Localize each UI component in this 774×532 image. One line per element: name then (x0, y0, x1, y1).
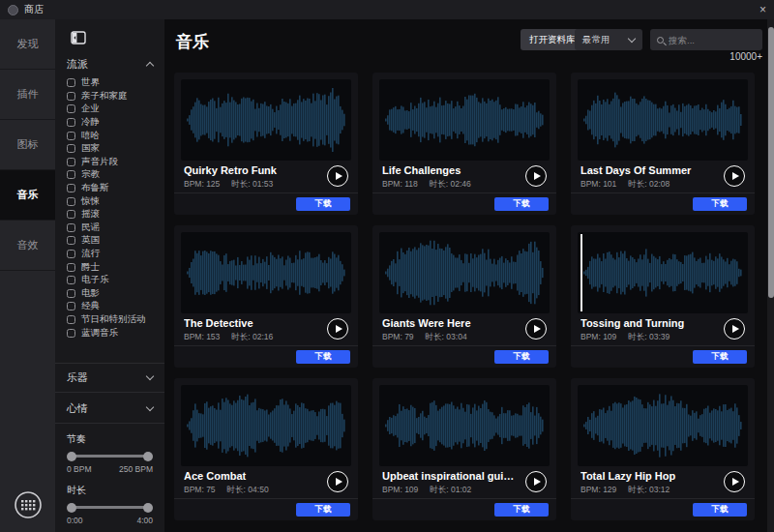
waveform-panel[interactable] (379, 385, 550, 466)
genre-option[interactable]: 民谣 (67, 222, 159, 235)
nav-tab-2[interactable]: 图标 (0, 120, 55, 170)
waveform-panel[interactable] (578, 232, 748, 313)
genre-option[interactable]: 企业 (67, 103, 159, 116)
play-button[interactable] (525, 165, 547, 187)
tempo-max-handle[interactable] (143, 452, 153, 461)
play-icon (732, 172, 739, 180)
waveform-panel[interactable] (181, 79, 351, 161)
checkbox-icon[interactable] (67, 104, 75, 113)
search-input[interactable] (669, 35, 756, 45)
genre-option[interactable]: 布鲁斯 (67, 182, 159, 195)
genre-option[interactable]: 国家 (67, 142, 159, 156)
genre-option[interactable]: 摇滚 (67, 208, 159, 222)
duration-max-handle[interactable] (143, 503, 153, 513)
divider (571, 192, 755, 193)
genre-option[interactable]: 电子乐 (67, 274, 159, 287)
checkbox-icon[interactable] (67, 302, 75, 310)
play-button[interactable] (327, 165, 348, 187)
checkbox-icon[interactable] (67, 158, 75, 166)
mood-section-header[interactable]: 心情 (55, 400, 164, 416)
download-button[interactable]: 下载 (296, 350, 350, 364)
play-button[interactable] (724, 471, 745, 492)
scrollbar-thumb[interactable] (768, 27, 774, 298)
checkbox-icon[interactable] (67, 236, 75, 245)
genre-option[interactable]: 声音片段 (67, 156, 159, 169)
scrollbar-track[interactable] (767, 19, 774, 532)
play-button[interactable] (525, 471, 547, 492)
track-bpm: BPM: 125 (184, 179, 220, 189)
download-button[interactable]: 下载 (693, 503, 747, 517)
genre-option[interactable]: 流行 (67, 248, 159, 261)
genre-option[interactable]: 宗教 (67, 168, 159, 182)
checkbox-icon[interactable] (67, 170, 75, 179)
close-icon[interactable]: × (759, 4, 766, 15)
search-box[interactable] (650, 29, 762, 50)
play-icon (336, 172, 342, 180)
collapse-panel-icon[interactable] (71, 31, 86, 48)
download-button[interactable]: 下载 (494, 503, 549, 517)
waveform-panel[interactable] (578, 79, 748, 161)
play-button[interactable] (724, 318, 745, 340)
genre-option[interactable]: 蓝调音乐 (67, 326, 159, 340)
play-icon (732, 325, 739, 333)
nav-tab-4[interactable]: 音效 (0, 221, 55, 271)
checkbox-icon[interactable] (67, 210, 75, 219)
genre-option[interactable]: 冷静 (67, 116, 159, 130)
download-button[interactable]: 下载 (693, 350, 747, 364)
genre-option[interactable]: 经典 (67, 300, 159, 313)
track-meta: BPM: 153时长: 02:16 (184, 332, 273, 343)
tempo-min-handle[interactable] (67, 452, 76, 461)
duration-slider[interactable] (69, 506, 151, 509)
download-button[interactable]: 下载 (296, 503, 350, 517)
checkbox-icon[interactable] (67, 223, 75, 232)
checkbox-icon[interactable] (67, 118, 75, 127)
divider (174, 498, 358, 499)
checkbox-icon[interactable] (67, 250, 75, 258)
genre-option[interactable]: 嘻哈 (67, 129, 159, 142)
nav-tab-1[interactable]: 插件 (0, 70, 55, 120)
checkbox-icon[interactable] (67, 329, 75, 338)
apps-grid-button[interactable] (13, 489, 44, 520)
play-button[interactable] (525, 318, 547, 340)
track-meta: BPM: 109时长: 03:39 (580, 332, 670, 343)
genre-option[interactable]: 世界 (67, 76, 159, 90)
genre-option[interactable]: 电影 (67, 287, 159, 301)
track-bpm: BPM: 118 (382, 179, 418, 189)
waveform-panel[interactable] (578, 385, 748, 466)
tempo-range-labels: 0 BPM 250 BPM (67, 464, 153, 474)
genre-option[interactable]: 爵士 (67, 260, 159, 274)
checkbox-icon[interactable] (67, 315, 75, 324)
waveform-panel[interactable] (379, 79, 550, 161)
nav-tab-0[interactable]: 发现 (0, 19, 55, 70)
duration-min-handle[interactable] (67, 503, 76, 513)
waveform-panel[interactable] (379, 232, 550, 313)
sort-dropdown[interactable]: 最常用 (575, 29, 642, 50)
download-button[interactable]: 下载 (494, 350, 549, 364)
play-button[interactable] (327, 471, 348, 492)
tempo-slider[interactable] (69, 455, 151, 458)
checkbox-icon[interactable] (67, 78, 75, 87)
download-button[interactable]: 下载 (296, 197, 350, 211)
checkbox-icon[interactable] (67, 132, 75, 140)
checkbox-icon[interactable] (67, 184, 75, 192)
divider (174, 345, 358, 346)
download-button[interactable]: 下载 (693, 197, 747, 211)
waveform-panel[interactable] (181, 232, 351, 313)
nav-tab-3[interactable]: 音乐 (0, 170, 55, 221)
checkbox-icon[interactable] (67, 197, 75, 206)
genre-option[interactable]: 节日和特别活动 (67, 313, 159, 327)
waveform-panel[interactable] (181, 385, 351, 466)
play-button[interactable] (724, 165, 745, 187)
genre-option[interactable]: 亲子和家庭 (67, 90, 159, 103)
checkbox-icon[interactable] (67, 289, 75, 298)
checkbox-icon[interactable] (67, 144, 75, 153)
genre-section-header[interactable]: 流派 (55, 56, 164, 72)
genre-option[interactable]: 英国 (67, 234, 159, 248)
checkbox-icon[interactable] (67, 92, 75, 101)
checkbox-icon[interactable] (67, 276, 75, 284)
genre-option[interactable]: 惊悚 (67, 194, 159, 208)
instrument-section-header[interactable]: 乐器 (55, 369, 164, 385)
play-button[interactable] (327, 318, 348, 340)
download-button[interactable]: 下载 (494, 197, 549, 211)
checkbox-icon[interactable] (67, 263, 75, 272)
